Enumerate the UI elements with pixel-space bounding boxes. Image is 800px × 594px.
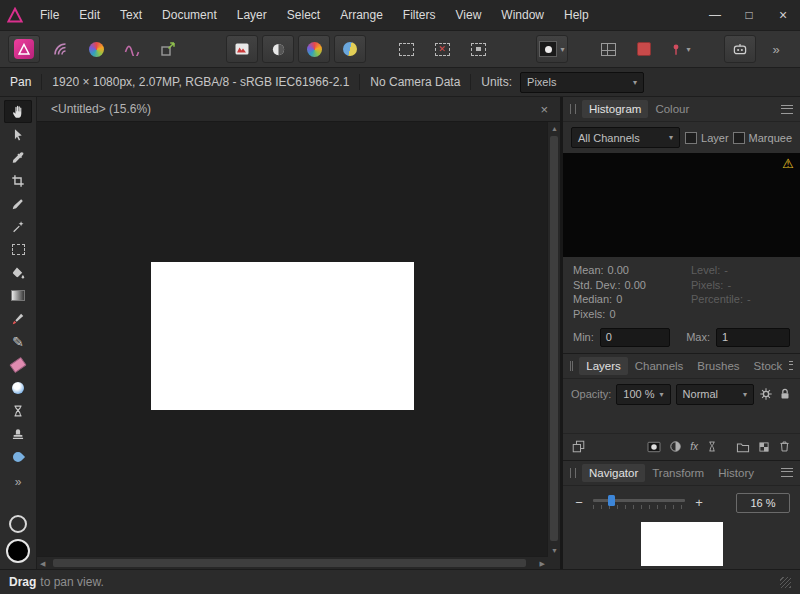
panel-tab[interactable]: Stock — [747, 357, 790, 375]
maximize-button[interactable]: □ — [732, 0, 766, 30]
zoom-out-button[interactable]: − — [573, 495, 585, 510]
clone-brush-tool[interactable] — [4, 422, 32, 445]
panel-tab[interactable]: Layers — [579, 357, 628, 375]
select-all-button[interactable] — [390, 35, 422, 63]
panel-menu-icon[interactable] — [781, 468, 793, 477]
dodge-brush-tool[interactable] — [4, 376, 32, 399]
flood-fill-tool[interactable] — [4, 261, 32, 284]
menu-item[interactable]: Arrange — [330, 0, 393, 30]
undo-brush-tool[interactable] — [4, 399, 32, 422]
menu-item[interactable]: Edit — [69, 0, 110, 30]
auto-white-balance-button[interactable] — [334, 35, 366, 63]
new-layer-button[interactable] — [758, 441, 770, 453]
auto-contrast-button[interactable] — [262, 35, 294, 63]
menu-item[interactable]: Help — [554, 0, 599, 30]
layers-list-empty[interactable] — [563, 410, 800, 433]
document-page[interactable] — [151, 262, 414, 410]
zoom-slider[interactable] — [593, 495, 685, 510]
duplicate-button[interactable] — [572, 440, 585, 453]
panel-drag-handle[interactable] — [570, 468, 576, 478]
vertical-scroll-thumb[interactable] — [550, 136, 558, 541]
channels-select[interactable]: All Channels ▾ — [571, 127, 680, 148]
document-tab[interactable]: <Untitled> (15.6%) — [37, 102, 151, 116]
minimize-button[interactable]: — — [698, 0, 732, 30]
scroll-right-arrow-icon[interactable]: ▶ — [540, 560, 545, 567]
group-layers-button[interactable] — [736, 441, 750, 453]
crop-tool[interactable] — [4, 169, 32, 192]
photo-persona-button[interactable] — [8, 35, 40, 63]
vertical-scrollbar[interactable]: ▲ ▼ — [547, 122, 560, 557]
adjustment-layer-button[interactable] — [669, 440, 682, 453]
menu-item[interactable]: Filters — [393, 0, 446, 30]
opacity-select[interactable]: 100 % ▾ — [616, 384, 670, 405]
min-input[interactable]: 0 — [600, 328, 670, 347]
tone-mapping-persona-button[interactable] — [116, 35, 148, 63]
deselect-button[interactable]: ✕ — [426, 35, 458, 63]
export-persona-button[interactable] — [152, 35, 184, 63]
menu-item[interactable]: Window — [491, 0, 554, 30]
auto-levels-button[interactable] — [226, 35, 258, 63]
more-tools-button[interactable]: » — [4, 470, 32, 493]
chevron-down-icon[interactable]: ▾ — [560, 45, 564, 54]
scroll-up-arrow-icon[interactable]: ▲ — [551, 125, 558, 132]
panel-tab[interactable]: Navigator — [582, 464, 645, 482]
units-select[interactable]: Pixels ▾ — [520, 72, 644, 93]
move-tool[interactable] — [4, 123, 32, 146]
menu-item[interactable]: View — [446, 0, 492, 30]
panel-drag-handle[interactable] — [570, 104, 576, 114]
scroll-down-arrow-icon[interactable]: ▼ — [551, 547, 558, 554]
delete-layer-button[interactable] — [778, 440, 791, 453]
zoom-level-input[interactable]: 16 % — [736, 493, 790, 513]
selection-brush-tool[interactable] — [4, 192, 32, 215]
paint-brush-tool[interactable] — [4, 307, 32, 330]
marquee-select-tool[interactable] — [4, 238, 32, 261]
blend-options-button[interactable] — [759, 387, 773, 401]
chevron-down-icon[interactable]: ▾ — [686, 45, 690, 54]
panel-tab[interactable]: Brushes — [690, 357, 746, 375]
menu-item[interactable]: File — [30, 0, 69, 30]
view-tool[interactable] — [4, 100, 32, 123]
assistant-button[interactable] — [724, 35, 756, 63]
quick-mask-button[interactable]: ▾ — [536, 35, 568, 63]
layer-checkbox[interactable] — [685, 132, 697, 144]
close-button[interactable]: × — [766, 0, 800, 30]
liquify-persona-button[interactable] — [44, 35, 76, 63]
horizontal-scroll-thumb[interactable] — [53, 559, 526, 567]
panel-tab[interactable]: Histogram — [582, 100, 648, 118]
menu-item[interactable]: Select — [277, 0, 330, 30]
erase-brush-tool[interactable] — [4, 353, 32, 376]
snapping-grid-button[interactable] — [592, 35, 624, 63]
menu-item[interactable]: Document — [152, 0, 227, 30]
layer-effects-button[interactable]: fx — [690, 441, 698, 452]
flood-select-tool[interactable] — [4, 215, 32, 238]
navigator-thumbnail[interactable] — [641, 522, 723, 566]
canvas-viewport[interactable]: ▲ ▼ ◀ ▶ — [37, 122, 560, 569]
panel-drag-handle[interactable] — [570, 361, 573, 371]
panel-tab[interactable]: Channels — [628, 357, 691, 375]
panel-tab[interactable]: Transform — [645, 464, 711, 482]
max-input[interactable]: 1 — [716, 328, 790, 347]
menu-item[interactable]: Layer — [227, 0, 277, 30]
horizontal-scrollbar[interactable]: ◀ ▶ — [37, 556, 548, 569]
panel-menu-icon[interactable] — [781, 105, 793, 114]
gradient-tool[interactable] — [4, 284, 32, 307]
develop-persona-button[interactable] — [80, 35, 112, 63]
stroke-colour-well[interactable] — [9, 515, 27, 533]
zoom-in-button[interactable]: + — [693, 495, 705, 510]
resize-grip[interactable] — [780, 577, 791, 588]
colour-picker-tool[interactable] — [4, 146, 32, 169]
blend-mode-select[interactable]: Normal ▾ — [676, 384, 754, 405]
toolbar-overflow-button[interactable]: » — [760, 35, 792, 63]
pixel-tool[interactable]: ✎ — [4, 330, 32, 353]
blur-brush-tool[interactable] — [4, 445, 32, 468]
auto-colour-button[interactable] — [298, 35, 330, 63]
lock-layer-button[interactable] — [778, 387, 792, 401]
mask-layer-button[interactable] — [647, 441, 661, 453]
slider-handle[interactable] — [608, 495, 615, 506]
panel-menu-icon[interactable] — [789, 361, 793, 370]
marquee-checkbox[interactable] — [733, 132, 745, 144]
scroll-left-arrow-icon[interactable]: ◀ — [40, 560, 45, 567]
fill-colour-well[interactable] — [6, 539, 30, 563]
live-filter-button[interactable] — [706, 440, 718, 453]
menu-item[interactable]: Text — [110, 0, 152, 30]
